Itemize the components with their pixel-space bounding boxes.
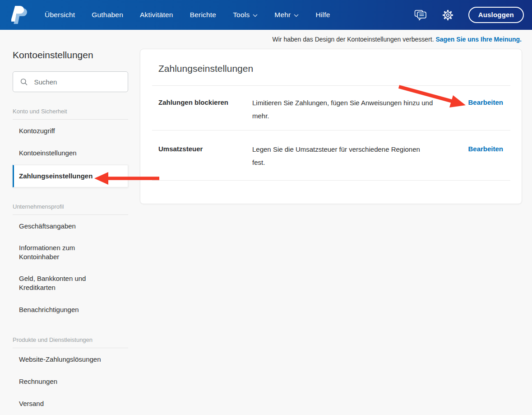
nav-item-label: Mehr (274, 11, 291, 19)
feedback-link[interactable]: Sagen Sie uns Ihre Meinung. (435, 36, 522, 43)
nav-item-mehr[interactable]: Mehr (274, 11, 299, 19)
sidebar-section-label: Produkte und Dienstleistungen (13, 336, 128, 344)
setting-description: Limitieren Sie Zahlungen, fügen Sie Anwe… (252, 96, 434, 122)
sidebar-item-benachrichtigungen[interactable]: Benachrichtigungen (13, 298, 128, 321)
sidebar-item-kontoeinstellungen[interactable]: Kontoeinstellungen (13, 142, 128, 164)
setting-row-umsatzsteuer: Umsatzsteuer Legen Sie die Umsatzsteuer … (152, 131, 510, 180)
setting-row-zahlungen-blockieren: Zahlungen blockieren Limitieren Sie Zahl… (152, 86, 510, 130)
chevron-down-icon (253, 14, 258, 17)
sidebar-item-label: Versand (19, 399, 113, 408)
nav-item-label: Berichte (190, 11, 216, 19)
nav-item-aktivitaeten[interactable]: Aktivitäten (140, 11, 173, 19)
chevron-down-icon (294, 14, 299, 17)
sidebar-item-geschaeftsangaben[interactable]: Geschäftsangaben (13, 215, 128, 237)
search-input[interactable] (34, 78, 122, 86)
setting-label: Umsatzsteuer (158, 143, 252, 155)
nav-item-uebersicht[interactable]: Übersicht (45, 11, 75, 19)
nav-item-label: Übersicht (45, 11, 75, 19)
nav-item-tools[interactable]: Tools (233, 11, 258, 19)
chat-icon[interactable] (414, 9, 427, 21)
sidebar-item-label: Rechnungen (19, 377, 113, 386)
sidebar-item-label: Website-Zahlungslösungen (19, 355, 113, 364)
nav-item-label: Tools (233, 11, 250, 19)
redesign-banner: Wir haben das Design der Kontoeinstellun… (273, 36, 522, 43)
setting-description: Legen Sie die Umsatzsteuer für verschied… (252, 143, 434, 169)
nav-item-guthaben[interactable]: Guthaben (92, 11, 123, 19)
nav-item-hilfe[interactable]: Hilfe (315, 11, 330, 19)
sidebar-item-geld-bankkonten-kreditkarten[interactable]: Geld, Bankkonten und Kreditkarten (13, 268, 128, 298)
settings-sidebar: Kontoeinstellungen Konto und Sicherheit … (13, 49, 128, 415)
payment-preferences-card: Zahlungseinstellungen Zahlungen blockier… (140, 49, 522, 204)
nav-item-label: Aktivitäten (140, 11, 173, 19)
paypal-logo[interactable] (11, 6, 28, 24)
sidebar-item-label: Geschäftsangaben (19, 222, 113, 231)
sidebar-item-label: Zahlungseinstellungen (19, 172, 113, 181)
sidebar-item-zahlungseinstellungen[interactable]: Zahlungseinstellungen (13, 165, 128, 187)
sidebar-section-label: Unternehmensprofil (13, 203, 128, 210)
sidebar-item-rechnungen[interactable]: Rechnungen (13, 370, 128, 392)
divider (152, 180, 510, 181)
nav-item-berichte[interactable]: Berichte (190, 11, 216, 19)
gear-icon[interactable] (442, 9, 454, 21)
sidebar-item-label: Benachrichtigungen (19, 305, 113, 314)
search-icon (20, 78, 28, 86)
logout-button[interactable]: Ausloggen (468, 7, 524, 23)
edit-link-umsatzsteuer[interactable]: Bearbeiten (468, 143, 503, 155)
card-title: Zahlungseinstellungen (158, 63, 504, 74)
sidebar-item-label: Informationen zum Kontoinhaber (19, 243, 113, 261)
sidebar-item-versand[interactable]: Versand (13, 392, 128, 415)
nav-item-label: Guthaben (92, 11, 123, 19)
nav-right-controls: Ausloggen (414, 7, 524, 23)
sidebar-item-label: Kontoeinstellungen (19, 149, 113, 158)
sidebar-item-label: Kontozugriff (19, 126, 113, 135)
edit-link-zahlungen-blockieren[interactable]: Bearbeiten (468, 96, 503, 109)
nav-item-label: Hilfe (315, 11, 330, 19)
sidebar-item-informationen-kontoinhaber[interactable]: Informationen zum Kontoinhaber (13, 237, 128, 268)
nav-menu: Übersicht Guthaben Aktivitäten Berichte … (45, 11, 330, 19)
page-title: Kontoeinstellungen (13, 49, 128, 61)
top-navigation-bar: Übersicht Guthaben Aktivitäten Berichte … (0, 0, 532, 30)
banner-message: Wir haben das Design der Kontoeinstellun… (273, 36, 434, 43)
setting-label: Zahlungen blockieren (158, 96, 252, 109)
sidebar-search[interactable] (13, 71, 128, 92)
sidebar-section-label: Konto und Sicherheit (13, 108, 128, 115)
sidebar-item-website-zahlungsloesungen[interactable]: Website-Zahlungslösungen (13, 348, 128, 370)
sidebar-item-kontozugriff[interactable]: Kontozugriff (13, 120, 128, 142)
sidebar-item-label: Geld, Bankkonten und Kreditkarten (19, 274, 113, 292)
